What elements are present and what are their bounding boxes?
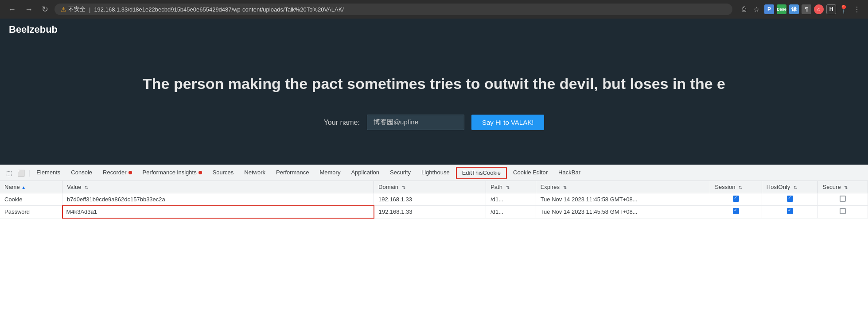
name-input[interactable] bbox=[367, 115, 464, 130]
cell-secure[interactable] bbox=[818, 206, 868, 218]
extension-para-icon[interactable]: ¶ bbox=[802, 4, 811, 14]
col-header-path[interactable]: Path ⇅ bbox=[486, 181, 536, 193]
cell-hostonly[interactable] bbox=[762, 193, 818, 206]
cell-hostonly[interactable] bbox=[762, 206, 818, 218]
extensions-button[interactable]: ⋮ bbox=[851, 4, 863, 15]
tab-sources[interactable]: Sources bbox=[207, 165, 239, 181]
secure-checkbox[interactable] bbox=[840, 208, 846, 214]
say-hi-button[interactable]: Say Hi to VALAK! bbox=[471, 115, 544, 130]
cell-expires: Tue Nov 14 2023 11:45:58 GMT+08... bbox=[536, 193, 710, 206]
devtools-inspect-icon[interactable]: ⬚ bbox=[4, 169, 15, 177]
address-bar[interactable]: ⚠ 不安全 | 192.168.1.33/d18e1e22becbd915b45… bbox=[54, 4, 732, 15]
table-row: Cookieb7d0eff31b9cde9a862dc157bb33ec2a19… bbox=[0, 193, 868, 206]
tab-hackbar[interactable]: HackBar bbox=[553, 165, 586, 181]
tab-recorder[interactable]: Recorder bbox=[97, 165, 137, 181]
table-row: PasswordM4k3Ad3a1192.168.1.33/d1...Tue N… bbox=[0, 206, 868, 218]
page-title-bar: Beelzebub bbox=[0, 19, 868, 41]
tab-console[interactable]: Console bbox=[66, 165, 97, 181]
tab-elements[interactable]: Elements bbox=[31, 165, 66, 181]
cell-value: M4k3Ad3a1 bbox=[62, 206, 374, 218]
security-warning-text: 不安全 bbox=[68, 5, 86, 13]
url-text: 192.168.1.33/d18e1e22becbd915b45e0e65542… bbox=[94, 6, 344, 13]
tab-performance-insights[interactable]: Performance insights bbox=[137, 165, 207, 181]
back-button[interactable]: ← bbox=[5, 4, 19, 15]
tab-performance[interactable]: Performance bbox=[271, 165, 314, 181]
browser-chrome: ← → ↻ ⚠ 不安全 | 192.168.1.33/d18e1e22becbd… bbox=[0, 0, 868, 19]
col-header-hostonly[interactable]: HostOnly ⇅ bbox=[762, 181, 818, 193]
tab-cookie-editor[interactable]: Cookie Editor bbox=[508, 165, 553, 181]
reload-button[interactable]: ↻ bbox=[39, 4, 51, 15]
tab-memory[interactable]: Memory bbox=[314, 165, 346, 181]
extension-h-icon[interactable]: H bbox=[826, 4, 836, 14]
share-button[interactable]: ⎙ bbox=[740, 4, 748, 14]
session-checkbox[interactable] bbox=[733, 208, 739, 214]
cell-name: Cookie bbox=[0, 193, 62, 206]
tab-application[interactable]: Application bbox=[346, 165, 385, 181]
extension-t-icon[interactable]: 译 bbox=[789, 4, 799, 14]
hostonly-checkbox[interactable] bbox=[787, 196, 793, 202]
devtools-device-icon[interactable]: ⬜ bbox=[15, 169, 27, 177]
extension-circle-icon[interactable]: ○ bbox=[814, 4, 824, 14]
tab-security[interactable]: Security bbox=[385, 165, 416, 181]
devtools-tabs: ⬚ ⬜ | Elements Console Recorder Performa… bbox=[0, 165, 868, 181]
security-warning-icon: ⚠ bbox=[61, 6, 66, 13]
cell-path: /d1... bbox=[486, 193, 536, 206]
col-header-domain[interactable]: Domain ⇅ bbox=[374, 181, 486, 193]
bookmark-button[interactable]: ☆ bbox=[751, 4, 762, 15]
cell-name: Password bbox=[0, 206, 62, 218]
tab-editthiscookie[interactable]: EditThisCookie bbox=[456, 167, 507, 179]
hostonly-checkbox[interactable] bbox=[787, 208, 793, 214]
session-checkbox[interactable] bbox=[733, 196, 739, 202]
extension-pin-icon[interactable]: 📍 bbox=[839, 4, 849, 14]
tab-network[interactable]: Network bbox=[239, 165, 271, 181]
col-header-name[interactable]: Name ▲ bbox=[0, 181, 62, 193]
col-header-expires[interactable]: Expires ⇅ bbox=[536, 181, 710, 193]
name-form: Your name: Say Hi to VALAK! bbox=[324, 115, 545, 130]
cell-path: /d1... bbox=[486, 206, 536, 218]
cell-session[interactable] bbox=[710, 193, 762, 206]
tab-lighthouse[interactable]: Lighthouse bbox=[416, 165, 455, 181]
extension-p-icon[interactable]: P bbox=[764, 4, 774, 14]
devtools-panel: ⬚ ⬜ | Elements Console Recorder Performa… bbox=[0, 165, 868, 219]
forward-button[interactable]: → bbox=[22, 4, 35, 15]
cell-session[interactable] bbox=[710, 206, 762, 218]
cell-domain: 192.168.1.33 bbox=[374, 193, 486, 206]
cell-secure[interactable] bbox=[818, 193, 868, 206]
site-title: Beelzebub bbox=[9, 24, 58, 35]
name-label: Your name: bbox=[324, 119, 360, 127]
page-headline: The person making the pact sometimes tri… bbox=[143, 75, 725, 92]
cookie-table: Name ▲ Value ⇅ Domain ⇅ Path ⇅ Expires bbox=[0, 181, 868, 219]
page-content: The person making the pact sometimes tri… bbox=[0, 41, 868, 165]
extension-r-icon[interactable]: Base bbox=[777, 4, 786, 14]
col-header-value[interactable]: Value ⇅ bbox=[62, 181, 374, 193]
cell-domain: 192.168.1.33 bbox=[374, 206, 486, 218]
browser-actions: ⎙ ☆ P Base 译 ¶ ○ H 📍 ⋮ bbox=[740, 4, 863, 15]
cell-value: b7d0eff31b9cde9a862dc157bb33ec2a bbox=[62, 193, 374, 206]
secure-checkbox[interactable] bbox=[840, 196, 846, 202]
col-header-secure[interactable]: Secure ⇅ bbox=[818, 181, 868, 193]
cell-expires: Tue Nov 14 2023 11:45:58 GMT+08... bbox=[536, 206, 710, 218]
table-header-row: Name ▲ Value ⇅ Domain ⇅ Path ⇅ Expires bbox=[0, 181, 868, 193]
col-header-session[interactable]: Session ⇅ bbox=[710, 181, 762, 193]
